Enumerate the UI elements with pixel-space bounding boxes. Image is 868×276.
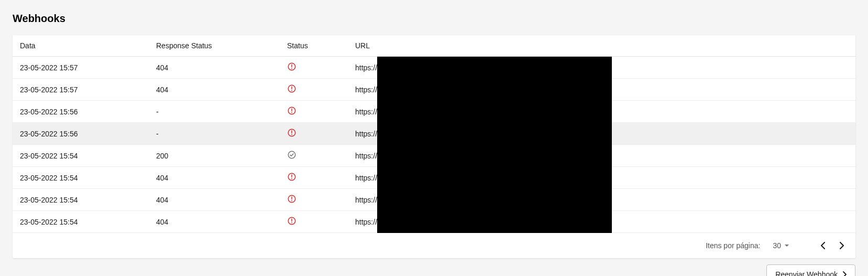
cell-data: 23-05-2022 15:57 [13, 79, 149, 101]
cell-status [280, 211, 348, 233]
url-text: https:// [355, 130, 377, 138]
table-row[interactable]: 23-05-2022 15:54404https:// [13, 211, 855, 233]
cell-url: https:// [348, 57, 855, 79]
page-title: Webhooks [13, 13, 855, 25]
column-header-url: URL [348, 35, 855, 57]
table-row[interactable]: 23-05-2022 15:54404https:// [13, 167, 855, 189]
cell-response-status: - [149, 123, 280, 145]
cell-url: https:// [348, 101, 855, 123]
svg-point-12 [288, 151, 295, 158]
table-row[interactable]: 23-05-2022 15:56-https:// [13, 123, 855, 145]
svg-point-8 [291, 112, 292, 113]
column-header-status: Status [280, 35, 348, 57]
svg-point-21 [291, 222, 292, 223]
alert-circle-icon [287, 62, 296, 71]
prev-page-button[interactable] [818, 240, 828, 251]
column-header-data: Data [13, 35, 149, 57]
cell-data: 23-05-2022 15:57 [13, 57, 149, 79]
alert-circle-icon [287, 216, 296, 226]
table-header-row: Data Response Status Status URL [13, 35, 855, 57]
table-row[interactable]: 23-05-2022 15:54404https:// [13, 189, 855, 211]
cell-status [280, 189, 348, 211]
items-per-page-value: 30 [773, 241, 781, 250]
cell-data: 23-05-2022 15:56 [13, 123, 149, 145]
chevron-left-icon [821, 242, 825, 249]
webhooks-table: Data Response Status Status URL 23-05-20… [13, 35, 855, 233]
items-per-page-select[interactable]: 30 [773, 241, 789, 250]
cell-status [280, 79, 348, 101]
cell-status [280, 123, 348, 145]
svg-point-2 [291, 68, 292, 69]
cell-url: https:// [348, 211, 855, 233]
cell-response-status: 200 [149, 145, 280, 167]
table-row[interactable]: 23-05-2022 15:57404https:// [13, 79, 855, 101]
url-text: https:// [355, 196, 377, 204]
cell-response-status: 404 [149, 79, 280, 101]
resend-webhook-button[interactable]: Reenviar Webhook [766, 264, 855, 276]
next-page-button[interactable] [837, 240, 847, 251]
alert-circle-icon [287, 106, 296, 115]
url-text: https:// [355, 152, 377, 160]
cell-url: https:// [348, 189, 855, 211]
url-text: https:// [355, 218, 377, 226]
cell-status [280, 57, 348, 79]
svg-point-5 [291, 90, 292, 91]
check-circle-icon [287, 150, 296, 160]
url-text: https:// [355, 108, 377, 116]
cell-data: 23-05-2022 15:56 [13, 101, 149, 123]
cell-data: 23-05-2022 15:54 [13, 211, 149, 233]
cell-data: 23-05-2022 15:54 [13, 189, 149, 211]
alert-circle-icon [287, 194, 296, 204]
cell-data: 23-05-2022 15:54 [13, 145, 149, 167]
resend-webhook-label: Reenviar Webhook [775, 270, 838, 276]
cell-response-status: 404 [149, 189, 280, 211]
cell-url: https:// [348, 167, 855, 189]
chevron-right-icon [840, 242, 844, 249]
webhooks-card: Data Response Status Status URL 23-05-20… [13, 35, 855, 258]
url-text: https:// [355, 86, 377, 94]
table-row[interactable]: 23-05-2022 15:56-https:// [13, 101, 855, 123]
caret-down-icon [784, 244, 789, 247]
alert-circle-icon [287, 128, 296, 137]
url-text: https:// [355, 63, 377, 72]
svg-point-15 [291, 178, 292, 179]
url-text: https:// [355, 174, 377, 182]
cell-response-status: 404 [149, 167, 280, 189]
cell-data: 23-05-2022 15:54 [13, 167, 149, 189]
svg-point-18 [291, 200, 292, 201]
pagination: Itens por página: 30 [13, 233, 855, 258]
table-row[interactable]: 23-05-2022 15:54200https:// [13, 145, 855, 167]
alert-circle-icon [287, 172, 296, 182]
chevron-right-icon [843, 271, 847, 276]
cell-status [280, 145, 348, 167]
cell-status [280, 167, 348, 189]
table-row[interactable]: 23-05-2022 15:57404https:// [13, 57, 855, 79]
svg-point-11 [291, 134, 292, 135]
cell-status [280, 101, 348, 123]
cell-url: https:// [348, 79, 855, 101]
items-per-page-label: Itens por página: [706, 241, 760, 250]
cell-response-status: 404 [149, 57, 280, 79]
cell-response-status: - [149, 101, 280, 123]
alert-circle-icon [287, 84, 296, 93]
column-header-response-status: Response Status [149, 35, 280, 57]
cell-response-status: 404 [149, 211, 280, 233]
cell-url: https:// [348, 145, 855, 167]
cell-url: https:// [348, 123, 855, 145]
